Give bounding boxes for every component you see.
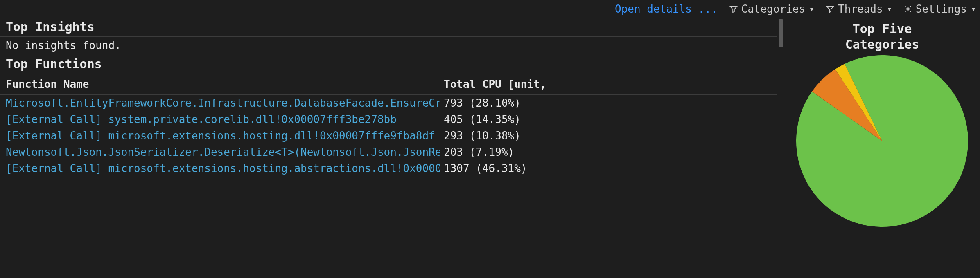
function-cpu-value: 1307 (46.31%) [444, 162, 530, 175]
chevron-down-icon: ▾ [887, 4, 892, 14]
top-functions-header: Top Functions [0, 55, 777, 74]
column-function-name[interactable]: Function Name [6, 78, 440, 90]
categories-filter[interactable]: Categories ▾ [729, 3, 815, 15]
table-row[interactable]: Newtonsoft.Json.JsonSerializer.Deseriali… [0, 144, 777, 160]
top-categories-pane: Top Five Categories [784, 18, 980, 278]
threads-filter[interactable]: Threads ▾ [826, 3, 892, 15]
summary-pane: Top Insights No insights found. Top Func… [0, 18, 777, 278]
gear-icon [903, 4, 912, 13]
function-cpu-value: 203 (7.19%) [444, 146, 530, 158]
function-name-link[interactable]: [External Call] system.private.corelib.d… [6, 113, 440, 126]
title-line-1: Top Five [853, 22, 912, 36]
function-name-link[interactable]: Newtonsoft.Json.JsonSerializer.Deseriali… [6, 146, 440, 158]
filter-icon [729, 4, 738, 13]
top-categories-pie-chart[interactable] [796, 55, 968, 227]
function-name-link[interactable]: [External Call] microsoft.extensions.hos… [6, 162, 440, 175]
categories-label: Categories [741, 3, 806, 15]
function-cpu-value: 793 (28.10%) [444, 97, 530, 109]
chevron-down-icon: ▾ [971, 4, 976, 14]
scrollbar-thumb[interactable] [779, 19, 783, 47]
toolbar: Open details ... Categories ▾ Threads ▾ … [0, 0, 980, 18]
table-row[interactable]: Microsoft.EntityFrameworkCore.Infrastruc… [0, 95, 777, 111]
function-name-link[interactable]: [External Call] microsoft.extensions.hos… [6, 130, 440, 142]
settings-label: Settings [916, 3, 967, 15]
top-insights-body: No insights found. [0, 37, 777, 55]
svg-point-0 [907, 8, 909, 10]
table-row[interactable]: [External Call] system.private.corelib.d… [0, 111, 777, 128]
column-total-cpu[interactable]: Total CPU [unit, [444, 78, 546, 90]
threads-label: Threads [838, 3, 883, 15]
functions-column-header: Function Name Total CPU [unit, [0, 74, 777, 95]
function-name-link[interactable]: Microsoft.EntityFrameworkCore.Infrastruc… [6, 97, 440, 109]
settings-menu[interactable]: Settings ▾ [903, 3, 976, 15]
table-row[interactable]: [External Call] microsoft.extensions.hos… [0, 160, 777, 177]
open-details-link[interactable]: Open details ... [615, 3, 717, 15]
top-categories-title: Top Five Categories [845, 21, 919, 52]
filter-icon [826, 4, 835, 13]
vertical-scrollbar[interactable]: ▲ [777, 18, 784, 278]
top-insights-header: Top Insights [0, 18, 777, 37]
table-row[interactable]: [External Call] microsoft.extensions.hos… [0, 128, 777, 144]
title-line-2: Categories [845, 37, 919, 52]
chevron-down-icon: ▾ [809, 4, 814, 14]
function-cpu-value: 293 (10.38%) [444, 130, 530, 142]
function-cpu-value: 405 (14.35%) [444, 113, 530, 126]
